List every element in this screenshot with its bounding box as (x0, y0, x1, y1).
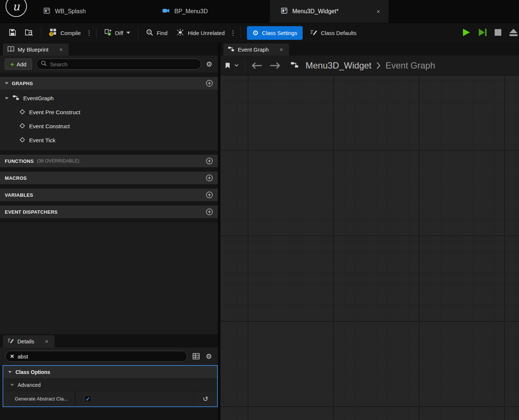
add-graph-button[interactable] (206, 80, 213, 87)
details-search-input[interactable] (18, 353, 182, 360)
stop-button[interactable] (493, 28, 503, 38)
event-graph-tab[interactable]: Event Graph ✕ (223, 43, 289, 56)
navigate-forward-icon[interactable] (269, 62, 281, 70)
clear-search-icon[interactable]: ✕ (10, 353, 14, 359)
panel-title: My Blueprint (18, 46, 48, 53)
reset-cell: ↺ (194, 391, 217, 406)
event-pre-construct-item[interactable]: Event Pre Construct (0, 105, 218, 119)
my-blueprint-tab-strip: My Blueprint ✕ (0, 42, 218, 56)
graph-dock: Event Graph ✕ (220, 42, 519, 420)
macros-section-header[interactable]: MACROS (0, 172, 218, 184)
section-title: MACROS (5, 175, 27, 181)
graphs-section-header[interactable]: GRAPHS (0, 77, 218, 90)
bookmark-icon[interactable] (224, 62, 231, 70)
my-blueprint-tab[interactable]: My Blueprint ✕ (3, 43, 69, 56)
asset-tab-bar: u WB_Splash BP_Menu3D Menu3D_Widget* ✕ (0, 0, 519, 23)
section-title: VARIABLES (5, 192, 33, 198)
hide-unrelated-options-menu[interactable]: ⋮ (229, 28, 237, 38)
class-settings-button[interactable]: ⚙ Class Settings (247, 26, 303, 40)
graph-icon (13, 94, 19, 102)
toolbar-separator (240, 27, 241, 38)
blueprint-toolbar: ? Compile ⋮ Diff Find Hide Unrelated (0, 23, 519, 42)
class-defaults-label: Class Defaults (321, 30, 356, 36)
eventgraph-item[interactable]: EventGraph (0, 91, 218, 105)
find-button[interactable]: Find (142, 25, 172, 40)
details-tab[interactable]: Details ✕ (3, 335, 55, 347)
diff-label: Diff (115, 30, 123, 36)
compile-label: Compile (60, 30, 81, 36)
details-search-row: ✕ ⚙ (0, 347, 218, 365)
save-icon (9, 29, 16, 37)
class-defaults-button[interactable]: Class Defaults (306, 25, 361, 40)
add-macro-button[interactable] (206, 174, 213, 182)
tree-item-label: EventGraph (23, 95, 54, 102)
play-controls (461, 27, 519, 39)
class-options-header[interactable]: Class Options (3, 366, 217, 378)
breadcrumb-current[interactable]: Event Graph (386, 60, 435, 71)
find-label: Find (157, 30, 167, 36)
property-matrix-icon[interactable] (192, 352, 201, 360)
property-label: Generate Abstract Cla... (3, 391, 76, 406)
panel-settings-gear-icon[interactable]: ⚙ (205, 60, 213, 69)
event-dispatchers-section-header[interactable]: EVENT DISPATCHERS (0, 206, 218, 218)
search-icon (41, 60, 47, 68)
browse-to-asset-button[interactable] (21, 25, 38, 40)
add-event-dispatcher-button[interactable] (206, 208, 213, 216)
panel-title: Event Graph (238, 46, 269, 53)
collapse-triangle-icon (5, 82, 8, 84)
close-tab-button[interactable]: ✕ (374, 7, 383, 16)
event-tick-item[interactable]: Event Tick (0, 133, 218, 147)
advanced-subcategory[interactable]: Advanced (3, 378, 217, 391)
save-button[interactable] (4, 25, 21, 40)
hide-unrelated-button[interactable]: Hide Unrelated (172, 25, 229, 40)
my-blueprint-toolbar: + Add ⚙ (0, 56, 218, 73)
close-panel-button[interactable]: ✕ (57, 46, 65, 54)
functions-section-header[interactable]: FUNCTIONS (36 OVERRIDABLE) (0, 155, 218, 167)
diff-button[interactable]: Diff (100, 25, 135, 40)
diff-icon (104, 29, 112, 37)
compile-options-menu[interactable]: ⋮ (85, 28, 93, 38)
variables-section-header[interactable]: VARIABLES (0, 189, 218, 201)
hide-unrelated-label: Hide Unrelated (188, 30, 224, 36)
tab-wb-splash[interactable]: WB_Splash (32, 0, 151, 23)
gear-icon: ⚙ (252, 29, 259, 36)
compile-button[interactable]: ? Compile (45, 25, 85, 40)
add-variable-button[interactable] (206, 191, 213, 199)
widget-blueprint-icon (281, 7, 288, 15)
play-button[interactable] (461, 27, 472, 39)
add-function-button[interactable] (206, 157, 213, 165)
tab-menu3d-widget[interactable]: Menu3D_Widget* ✕ (270, 0, 389, 23)
close-panel-button[interactable]: ✕ (277, 46, 285, 54)
add-button[interactable]: + Add (5, 59, 32, 70)
event-graph-canvas[interactable] (220, 76, 519, 420)
tab-bp-menu3d[interactable]: BP_Menu3D (151, 0, 270, 23)
event-construct-item[interactable]: Event Construct (0, 119, 218, 133)
details-icon (7, 337, 14, 345)
reset-to-default-icon[interactable]: ↺ (203, 396, 208, 402)
dock-splitter[interactable] (218, 42, 220, 420)
generate-abstract-class-checkbox[interactable]: ✓ (84, 395, 91, 402)
bookmark-dropdown-chevron-icon[interactable] (234, 63, 239, 67)
eject-button[interactable] (508, 27, 519, 39)
unreal-logo-letter: u (13, 0, 20, 13)
generate-abstract-class-row: Generate Abstract Cla... ✓ ↺ (3, 391, 217, 406)
details-tab-strip: Details ✕ (0, 334, 218, 347)
section-title: EVENT DISPATCHERS (5, 209, 58, 215)
unreal-logo-icon: u (6, 0, 27, 17)
my-blueprint-panel: My Blueprint ✕ + Add ⚙ (0, 42, 218, 334)
checkmark-icon: ✓ (86, 396, 90, 402)
toolbar-separator (138, 27, 138, 38)
unreal-logo[interactable]: u (0, 0, 32, 23)
details-settings-gear-icon[interactable]: ⚙ (205, 352, 213, 361)
collapse-triangle-icon (5, 97, 8, 99)
navigate-back-icon[interactable] (251, 62, 263, 70)
search-input[interactable] (50, 61, 196, 67)
folder-search-icon (25, 29, 33, 37)
close-panel-button[interactable]: ✕ (43, 337, 51, 346)
event-node-icon (20, 109, 25, 116)
collapse-triangle-icon (10, 384, 14, 386)
breadcrumb-root[interactable]: Menu3D_Widget (306, 60, 372, 71)
frame-skip-button[interactable] (477, 27, 488, 39)
subcategory-title: Advanced (18, 382, 41, 388)
graph-icon (290, 61, 299, 70)
